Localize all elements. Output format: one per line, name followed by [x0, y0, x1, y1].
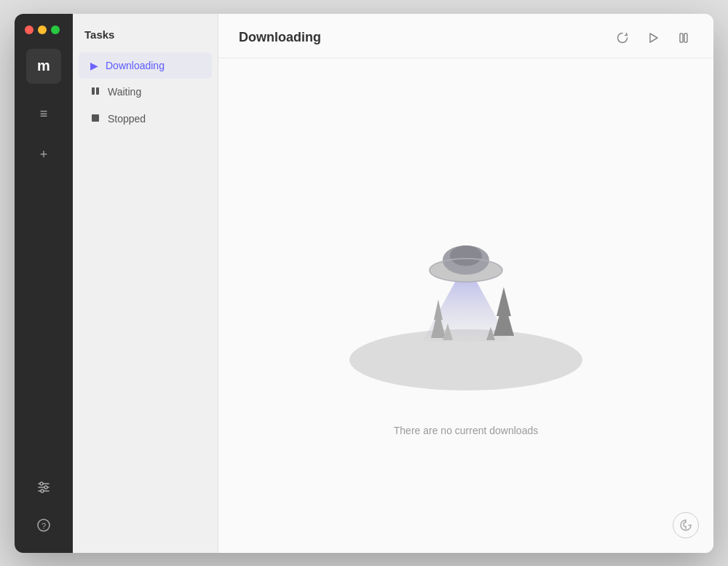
- menu-icon[interactable]: ≡: [31, 101, 57, 127]
- svg-rect-13: [684, 34, 687, 42]
- sidebar-item-stopped[interactable]: Stopped: [79, 106, 212, 133]
- help-icon[interactable]: ?: [31, 512, 57, 538]
- sidebar-item-downloading[interactable]: ▶ Downloading: [79, 52, 212, 79]
- svg-rect-10: [92, 114, 99, 122]
- empty-state-text: There are no current downloads: [394, 425, 538, 436]
- app-window: m ≡ + ?: [15, 14, 713, 553]
- play-button[interactable]: [644, 28, 662, 47]
- empty-state: There are no current downloads: [218, 58, 713, 553]
- svg-rect-8: [92, 87, 95, 95]
- main-content: Downloading: [218, 14, 713, 553]
- stopped-label: Stopped: [108, 113, 146, 125]
- stop-icon: [90, 113, 100, 125]
- download-icon: ▶: [90, 60, 98, 71]
- svg-text:?: ?: [41, 521, 46, 530]
- svg-point-4: [44, 486, 47, 489]
- svg-rect-12: [680, 34, 683, 42]
- svg-rect-9: [96, 87, 99, 95]
- header-actions: [613, 28, 693, 47]
- svg-point-5: [41, 490, 44, 492]
- main-header: Downloading: [218, 14, 713, 58]
- downloading-label: Downloading: [106, 60, 165, 71]
- svg-marker-24: [496, 287, 511, 316]
- svg-marker-11: [650, 34, 657, 42]
- pause-all-button[interactable]: [674, 28, 693, 47]
- pause-icon: [90, 86, 100, 98]
- sidebar-dark-icons: ≡ +: [31, 101, 57, 474]
- waiting-label: Waiting: [108, 86, 141, 98]
- page-title: Downloading: [239, 30, 321, 45]
- sidebar-dark: m ≡ + ?: [15, 14, 73, 553]
- sidebar-item-waiting[interactable]: Waiting: [79, 79, 212, 106]
- maximize-button[interactable]: [51, 25, 60, 34]
- close-button[interactable]: [25, 25, 33, 34]
- magnet-link-button[interactable]: [673, 512, 699, 538]
- svg-point-18: [450, 245, 482, 266]
- app-logo: m: [26, 49, 61, 84]
- refresh-button[interactable]: [613, 28, 632, 47]
- settings-icon[interactable]: [31, 474, 57, 500]
- minimize-button[interactable]: [38, 25, 47, 34]
- sidebar-dark-bottom: ?: [31, 474, 57, 553]
- ufo-illustration: [335, 174, 597, 407]
- svg-point-3: [40, 482, 43, 485]
- add-icon[interactable]: +: [31, 142, 57, 168]
- traffic-lights: [15, 25, 60, 34]
- tasks-panel-title: Tasks: [73, 28, 218, 52]
- tasks-panel: Tasks ▶ Downloading Waiting Stopped: [73, 14, 218, 553]
